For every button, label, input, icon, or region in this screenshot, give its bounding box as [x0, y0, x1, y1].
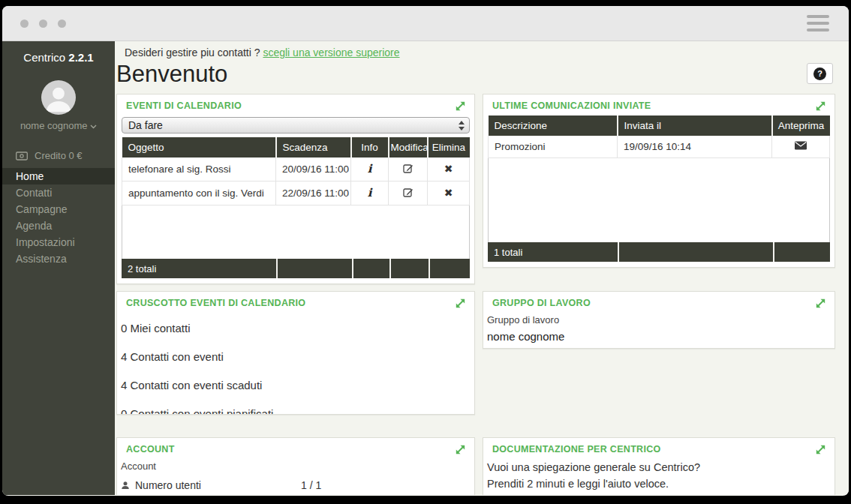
col-scadenza: Scadenza: [276, 137, 351, 158]
window-maximize-button[interactable]: [58, 20, 66, 28]
documentation-line-2: Prenditi 2 minuti e leggi l'aiuto veloce…: [483, 476, 834, 492]
help-button[interactable]: ?: [807, 63, 833, 84]
main-content: Desideri gestire piu contatti ? scegli u…: [115, 41, 849, 495]
edit-icon[interactable]: [403, 187, 413, 197]
upgrade-banner: Desideri gestire piu contatti ? scegli u…: [115, 41, 849, 58]
widget-title: CRUSCOTTO EVENTI DI CALENDARIO: [126, 298, 305, 308]
widget-title: ULTIME COMUNICAZIONI INVIATE: [492, 100, 651, 111]
dashboard-stat: 4 Contatti con eventi: [121, 343, 474, 371]
communication-row: Promozioni 19/09/16 10:14: [489, 136, 830, 158]
widget-grid: EVENTI DI CALENDARIO Da fare: [116, 94, 849, 495]
status-filter-select[interactable]: Da fare: [122, 117, 470, 134]
window-close-button[interactable]: [20, 20, 29, 28]
col-anteprima: Anteprima: [772, 116, 830, 136]
account-users-label: Numero utenti: [135, 479, 201, 491]
edit-icon[interactable]: [403, 163, 413, 173]
sidebar-item-agenda[interactable]: Agenda: [2, 218, 115, 234]
window-titlebar: [2, 6, 849, 41]
upgrade-link[interactable]: scegli una versione superiore: [263, 46, 399, 58]
widget-title: GRUPPO DI LAVORO: [492, 298, 591, 308]
expand-icon[interactable]: [456, 298, 465, 308]
expand-icon[interactable]: [816, 298, 825, 308]
col-inviata-il: Inviata il: [618, 116, 772, 136]
col-info: Info: [351, 137, 389, 158]
delete-icon[interactable]: ✖: [444, 188, 453, 198]
col-descrizione: Descrizione: [489, 116, 618, 136]
widget-sent-communications: ULTIME COMUNICAZIONI INVIATE Descrizione…: [483, 94, 835, 268]
expand-icon[interactable]: [456, 101, 465, 111]
dashboard-stat: 0 Miei contatti: [121, 314, 474, 343]
events-table-footer: 2 totali: [122, 259, 470, 278]
hamburger-menu-icon[interactable]: [807, 15, 829, 32]
question-mark-icon: ?: [813, 68, 826, 80]
account-users-value: 1 / 1: [301, 479, 321, 491]
workgroup-member: nome cognome: [483, 328, 834, 345]
sidebar: Centrico 2.2.1 nome cognome: [2, 41, 115, 495]
widget-account: ACCOUNT Account Numero utenti: [116, 437, 475, 495]
banknote-icon: [16, 152, 28, 160]
col-elimina: Elimina: [428, 137, 470, 158]
app-window: Centrico 2.2.1 nome cognome: [2, 6, 849, 496]
communication-description: Promozioni: [489, 136, 618, 158]
sidebar-item-campagne[interactable]: Campagne: [2, 201, 115, 218]
widget-calendar-dashboard: CRUSCOTTO EVENTI DI CALENDARIO 0 Miei co…: [116, 291, 475, 415]
page-title: Benvenuto: [116, 61, 849, 88]
sidebar-item-home[interactable]: Home: [2, 168, 115, 184]
widget-title: EVENTI DI CALENDARIO: [126, 100, 242, 111]
sidebar-item-impostazioni[interactable]: Impostazioni: [2, 234, 115, 250]
communications-table-footer: 1 totali: [488, 242, 830, 262]
sidebar-item-contatti[interactable]: Contatti: [2, 184, 115, 201]
table-empty-area: [488, 158, 830, 242]
dashboard-stats: 0 Miei contatti 4 Contatti con eventi 4 …: [117, 313, 474, 415]
user-icon: [121, 481, 130, 490]
widget-workgroup: GRUPPO DI LAVORO Gruppo di lavoro nome c…: [483, 291, 835, 349]
user-menu[interactable]: nome cognome: [2, 120, 115, 131]
info-icon[interactable]: i: [368, 188, 372, 198]
event-subject: telefonare al sig. Rossi: [122, 158, 276, 182]
chevron-down-icon: [90, 124, 97, 129]
communications-table: Descrizione Inviata il Anteprima Promozi…: [488, 116, 830, 158]
upgrade-text: Desideri gestire piu contatti ?: [125, 46, 260, 58]
col-oggetto: Oggetto: [122, 137, 276, 158]
credit-status: Credito 0 €: [2, 150, 115, 161]
table-empty-area: [122, 206, 470, 259]
select-arrows-icon: [459, 121, 465, 130]
account-label: Account: [117, 459, 474, 474]
col-modifica: Modifica: [389, 137, 428, 158]
sidebar-item-assistenza[interactable]: Assistenza: [2, 250, 115, 267]
window-minimize-button[interactable]: [39, 20, 47, 28]
dashboard-stat: 4 Contatti con eventi scaduti: [121, 371, 474, 400]
event-row: telefonare al sig. Rossi 20/09/16 11:00 …: [122, 158, 470, 182]
brand-title: Centrico 2.2.1: [2, 41, 115, 64]
communication-sent-at: 19/09/16 10:14: [618, 136, 772, 158]
events-total: 2 totali: [122, 259, 276, 278]
envelope-icon[interactable]: [795, 141, 807, 150]
widget-title: DOCUMENTAZIONE PER CENTRICO: [492, 444, 661, 454]
person-icon: [41, 80, 76, 115]
expand-icon[interactable]: [816, 101, 825, 111]
event-row: appuntamento con il sig. Verdi 22/09/16 …: [122, 182, 470, 206]
info-icon[interactable]: i: [368, 164, 372, 174]
window-controls: [20, 20, 66, 28]
event-due: 22/09/16 11:00: [276, 182, 351, 206]
dashboard-stat: 0 Contatti con eventi pianificati: [121, 400, 474, 415]
event-due: 20/09/16 11:00: [276, 158, 351, 182]
app-body: Centrico 2.2.1 nome cognome: [2, 41, 849, 495]
brand-name: Centrico: [23, 51, 65, 64]
credit-label: Credito 0 €: [35, 150, 83, 161]
widget-calendar-events: EVENTI DI CALENDARIO Da fare: [116, 94, 475, 284]
widget-documentation: DOCUMENTAZIONE PER CENTRICO Vuoi una spi…: [483, 437, 835, 495]
event-subject: appuntamento con il sig. Verdi: [122, 182, 276, 206]
brand-version: 2.2.1: [68, 51, 93, 64]
delete-icon[interactable]: ✖: [444, 164, 453, 174]
communications-total: 1 totali: [488, 242, 618, 262]
status-filter-value: Da fare: [128, 119, 163, 131]
expand-icon[interactable]: [816, 445, 825, 454]
documentation-line-1: Vuoi una spiegazione generale su Centric…: [483, 459, 834, 476]
events-table: Oggetto Scadenza Info Modifica Elimina t…: [122, 137, 470, 206]
account-users-row: Numero utenti 1 / 1: [117, 479, 474, 491]
expand-icon[interactable]: [456, 445, 465, 454]
avatar[interactable]: [41, 80, 76, 115]
widget-title: ACCOUNT: [126, 444, 175, 454]
workgroup-label: Gruppo di lavoro: [483, 313, 834, 328]
